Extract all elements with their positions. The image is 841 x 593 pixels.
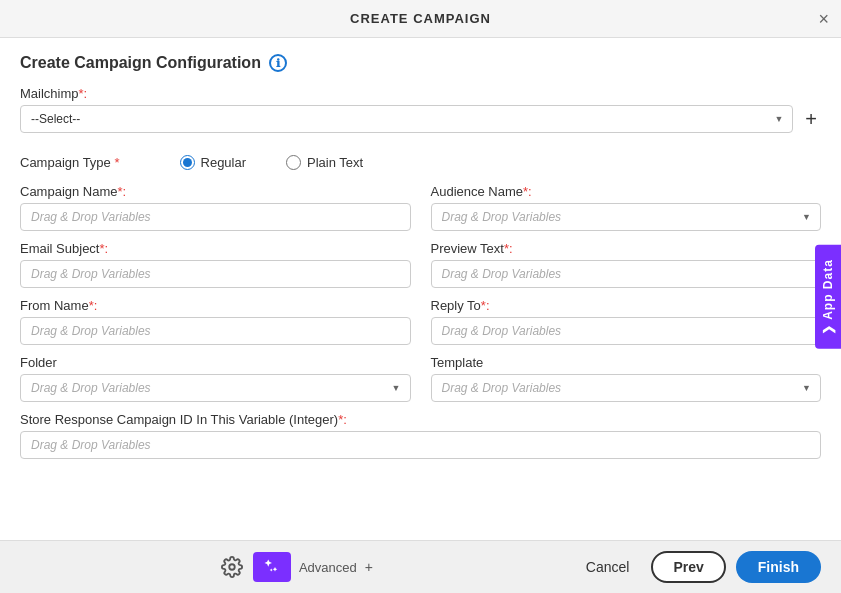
info-icon[interactable]: ℹ	[269, 54, 287, 72]
app-data-label: App Data	[821, 259, 835, 320]
email-subject-group: Email Subject*:	[20, 241, 421, 288]
modal-overlay: CREATE CAMPAIGN × Create Campaign Config…	[0, 0, 841, 593]
audience-name-group: Audience Name*: Drag & Drop Variables	[421, 184, 822, 231]
section-title-text: Create Campaign Configuration	[20, 54, 261, 72]
audience-name-select[interactable]: Drag & Drop Variables	[431, 203, 822, 231]
row-campaign-audience: Campaign Name*: Audience Name*: Drag & D…	[20, 184, 821, 241]
advanced-section: Advanced +	[253, 552, 373, 582]
reply-to-input[interactable]	[431, 317, 822, 345]
audience-name-select-wrapper: Drag & Drop Variables	[431, 203, 822, 231]
app-data-arrow: ❯	[821, 323, 835, 334]
campaign-name-input[interactable]	[20, 203, 411, 231]
campaign-type-label: Campaign Type *	[20, 155, 120, 170]
radio-regular-input[interactable]	[180, 155, 195, 170]
reply-to-label: Reply To*:	[431, 298, 822, 313]
prev-button[interactable]: Prev	[651, 551, 725, 583]
folder-group: Folder Drag & Drop Variables	[20, 355, 421, 402]
from-name-input[interactable]	[20, 317, 411, 345]
preview-text-input[interactable]	[431, 260, 822, 288]
folder-select[interactable]: Drag & Drop Variables	[20, 374, 411, 402]
advanced-plus-button[interactable]: +	[365, 559, 373, 575]
store-response-input[interactable]	[20, 431, 821, 459]
app-data-tab[interactable]: ❯ App Data	[815, 245, 841, 349]
advanced-label: Advanced	[299, 560, 357, 575]
section-title-row: Create Campaign Configuration ℹ	[20, 54, 821, 72]
preview-text-group: Preview Text*:	[421, 241, 822, 288]
radio-plain-text-input[interactable]	[286, 155, 301, 170]
campaign-name-label: Campaign Name*:	[20, 184, 411, 199]
store-response-group: Store Response Campaign ID In This Varia…	[20, 412, 821, 459]
folder-label: Folder	[20, 355, 411, 370]
store-response-label: Store Response Campaign ID In This Varia…	[20, 412, 821, 427]
preview-text-label: Preview Text*:	[431, 241, 822, 256]
radio-plain-text[interactable]: Plain Text	[286, 155, 363, 170]
campaign-type-row: Campaign Type * Regular Plain Text	[20, 155, 821, 170]
modal: CREATE CAMPAIGN × Create Campaign Config…	[0, 0, 841, 593]
audience-name-label: Audience Name*:	[431, 184, 822, 199]
template-select-wrapper: Drag & Drop Variables	[431, 374, 822, 402]
template-group: Template Drag & Drop Variables	[421, 355, 822, 402]
svg-point-0	[229, 564, 235, 570]
modal-footer: Advanced + Cancel Prev Finish	[0, 540, 841, 593]
radio-regular[interactable]: Regular	[180, 155, 247, 170]
from-name-group: From Name*:	[20, 298, 421, 345]
gear-button[interactable]	[221, 556, 243, 578]
mailchimp-group: Mailchimp*: --Select-- +	[20, 86, 821, 145]
footer-center: Advanced +	[20, 552, 574, 582]
advanced-button[interactable]	[253, 552, 291, 582]
row-from-reply: From Name*: Reply To*:	[20, 298, 821, 355]
email-subject-input[interactable]	[20, 260, 411, 288]
finish-button[interactable]: Finish	[736, 551, 821, 583]
modal-body: Create Campaign Configuration ℹ Mailchim…	[0, 38, 841, 540]
advanced-magic-icon	[263, 558, 281, 576]
mailchimp-select-wrapper: --Select--	[20, 105, 793, 133]
mailchimp-add-button[interactable]: +	[801, 109, 821, 129]
template-label: Template	[431, 355, 822, 370]
template-select[interactable]: Drag & Drop Variables	[431, 374, 822, 402]
email-subject-label: Email Subject*:	[20, 241, 411, 256]
mailchimp-select[interactable]: --Select--	[20, 105, 793, 133]
campaign-type-radio-group: Regular Plain Text	[180, 155, 364, 170]
modal-title: CREATE CAMPAIGN	[350, 11, 491, 26]
row-folder-template: Folder Drag & Drop Variables Template	[20, 355, 821, 412]
mailchimp-label: Mailchimp*:	[20, 86, 821, 101]
footer-right: Cancel Prev Finish	[574, 551, 821, 583]
row-email-preview: Email Subject*: Preview Text*:	[20, 241, 821, 298]
cancel-button[interactable]: Cancel	[574, 553, 642, 581]
modal-header: CREATE CAMPAIGN ×	[0, 0, 841, 38]
from-name-label: From Name*:	[20, 298, 411, 313]
campaign-name-group: Campaign Name*:	[20, 184, 421, 231]
folder-select-wrapper: Drag & Drop Variables	[20, 374, 411, 402]
reply-to-group: Reply To*:	[421, 298, 822, 345]
mailchimp-row: --Select-- +	[20, 105, 821, 133]
radio-regular-label: Regular	[201, 155, 247, 170]
radio-plain-text-label: Plain Text	[307, 155, 363, 170]
gear-icon	[221, 556, 243, 578]
close-button[interactable]: ×	[818, 10, 829, 28]
